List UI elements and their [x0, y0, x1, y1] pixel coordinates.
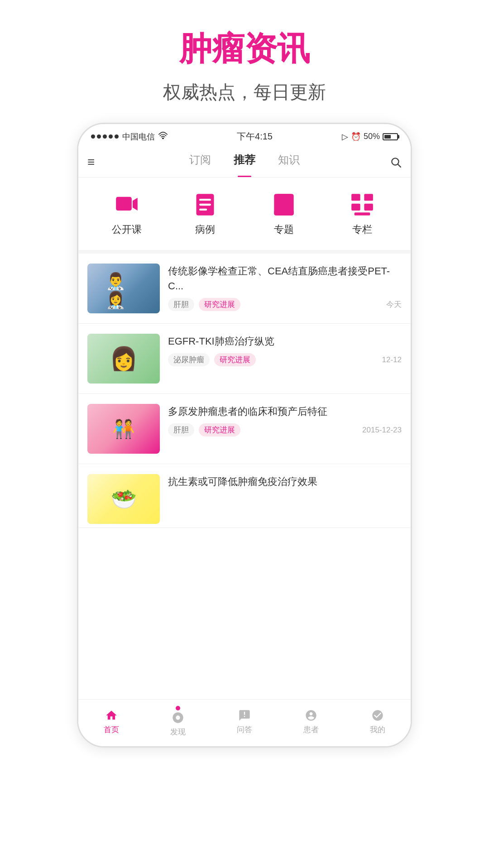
svg-rect-3: [116, 197, 132, 211]
signal-dots: [91, 134, 119, 139]
article-thumb-3: [87, 404, 160, 454]
page-title: 肿瘤资讯: [163, 27, 326, 71]
tag-research-2: 研究进展: [214, 353, 256, 366]
location-icon: ▷: [342, 132, 348, 142]
clock-icon: ⏰: [351, 132, 361, 142]
hamburger-button[interactable]: ≡: [87, 155, 110, 169]
phone-frame: 中国电信 下午4:15 ▷ ⏰ 50% ≡ 订阅 推荐: [77, 123, 412, 748]
video-icon: [111, 191, 143, 218]
nav-home[interactable]: 首页: [103, 709, 120, 735]
article-item-4[interactable]: 抗生素或可降低肿瘤免疫治疗效果: [78, 464, 411, 528]
article-content-3: 多原发肿瘤患者的临床和预产后特征 肝胆 研究进展 2015-12-23: [168, 404, 402, 436]
patient-icon: [303, 709, 319, 722]
category-column[interactable]: 专栏: [346, 191, 378, 236]
category-section: 公开课 病例 专题: [78, 177, 411, 254]
qa-icon: [236, 709, 253, 722]
article-meta-3: 肝胆 研究进展 2015-12-23: [168, 423, 402, 436]
tag-gantan-1: 肝胆: [168, 298, 194, 311]
status-bar: 中国电信 下午4:15 ▷ ⏰ 50%: [78, 124, 411, 147]
tag-gantan-3: 肝胆: [168, 423, 194, 436]
article-meta-2: 泌尿肿瘤 研究进展 12-12: [168, 353, 402, 366]
category-label-topic: 专题: [274, 223, 294, 236]
svg-rect-8: [199, 209, 207, 211]
article-thumb-4: [87, 474, 160, 524]
bookmark-icon: [268, 191, 300, 218]
grid-icon: [346, 191, 378, 218]
article-content-2: EGFR-TKI肺癌治疗纵览 泌尿肿瘤 研究进展 12-12: [168, 334, 402, 366]
article-meta-1: 肝胆 研究进展 今天: [168, 298, 402, 311]
page-header: 肿瘤资讯 权威热点，每日更新: [163, 0, 326, 123]
battery-percent: 50%: [364, 132, 380, 141]
category-label-case: 病例: [195, 223, 215, 236]
article-list: 传统影像学检查正常、CEA结直肠癌患者接受PET-C... 肝胆 研究进展 今天…: [78, 254, 411, 699]
tag-urology-2: 泌尿肿瘤: [168, 353, 210, 366]
article-item-1[interactable]: 传统影像学检查正常、CEA结直肠癌患者接受PET-C... 肝胆 研究进展 今天: [78, 254, 411, 324]
article-content-4: 抗生素或可降低肿瘤免疫治疗效果: [168, 474, 402, 489]
category-case[interactable]: 病例: [189, 191, 221, 236]
article-date-1: 今天: [386, 299, 402, 310]
article-content-1: 传统影像学检查正常、CEA结直肠癌患者接受PET-C... 肝胆 研究进展 今天: [168, 264, 402, 311]
article-date-3: 2015-12-23: [362, 426, 402, 435]
svg-rect-7: [199, 204, 211, 206]
article-title-4: 抗生素或可降低肿瘤免疫治疗效果: [168, 474, 402, 489]
tab-recommend[interactable]: 推荐: [234, 153, 255, 172]
carrier: 中国电信: [122, 131, 155, 142]
svg-rect-6: [199, 199, 211, 201]
nav-home-label: 首页: [104, 724, 119, 735]
svg-rect-11: [274, 210, 293, 216]
nav-discover-label: 发现: [170, 727, 186, 737]
svg-rect-12: [351, 194, 360, 201]
article-title-1: 传统影像学检查正常、CEA结直肠癌患者接受PET-C...: [168, 264, 402, 293]
article-title-3: 多原发肿瘤患者的临床和预产后特征: [168, 404, 402, 419]
category-topic[interactable]: 专题: [268, 191, 300, 236]
category-label-column: 专栏: [352, 223, 372, 236]
home-icon: [103, 709, 120, 722]
category-video[interactable]: 公开课: [111, 191, 143, 236]
nav-tabs: ≡ 订阅 推荐 知识: [78, 147, 411, 177]
svg-rect-13: [364, 194, 374, 201]
status-left: 中国电信: [91, 131, 168, 142]
status-time: 下午4:15: [237, 130, 273, 143]
bottom-nav: 首页 发现 问答: [78, 699, 411, 746]
article-thumb-2: [87, 334, 160, 384]
tab-subscribe[interactable]: 订阅: [189, 153, 211, 172]
search-button[interactable]: [379, 156, 402, 168]
article-thumb-1: [87, 264, 160, 313]
battery-icon: [383, 133, 398, 140]
svg-point-18: [176, 715, 180, 719]
svg-line-2: [398, 164, 401, 167]
page-subtitle: 权威热点，每日更新: [163, 80, 326, 105]
svg-rect-16: [355, 212, 370, 216]
svg-point-0: [163, 138, 164, 139]
nav-discover[interactable]: 发现: [170, 706, 186, 737]
svg-rect-15: [364, 204, 374, 211]
nav-qa[interactable]: 问答: [236, 709, 253, 735]
nav-patient-label: 患者: [303, 724, 319, 735]
wifi-icon: [158, 132, 168, 141]
article-title-2: EGFR-TKI肺癌治疗纵览: [168, 334, 402, 349]
discover-icon: [170, 711, 186, 724]
nav-profile-label: 我的: [370, 724, 385, 735]
discover-dot: [176, 706, 180, 710]
article-item-2[interactable]: EGFR-TKI肺癌治疗纵览 泌尿肿瘤 研究进展 12-12: [78, 324, 411, 394]
category-label-video: 公开课: [112, 223, 142, 236]
document-icon: [189, 191, 221, 218]
article-item-3[interactable]: 多原发肿瘤患者的临床和预产后特征 肝胆 研究进展 2015-12-23: [78, 394, 411, 464]
tag-research-1: 研究进展: [199, 298, 240, 311]
nav-profile[interactable]: 我的: [369, 709, 386, 735]
nav-qa-label: 问答: [237, 724, 252, 735]
profile-icon: [369, 709, 386, 722]
status-right: ▷ ⏰ 50%: [342, 132, 398, 142]
nav-patient[interactable]: 患者: [303, 709, 319, 735]
tag-research-3: 研究进展: [199, 423, 240, 436]
tab-items: 订阅 推荐 知识: [110, 153, 379, 172]
svg-marker-4: [133, 198, 138, 211]
svg-rect-14: [351, 204, 360, 211]
tab-knowledge[interactable]: 知识: [278, 153, 300, 172]
article-date-2: 12-12: [382, 355, 402, 364]
